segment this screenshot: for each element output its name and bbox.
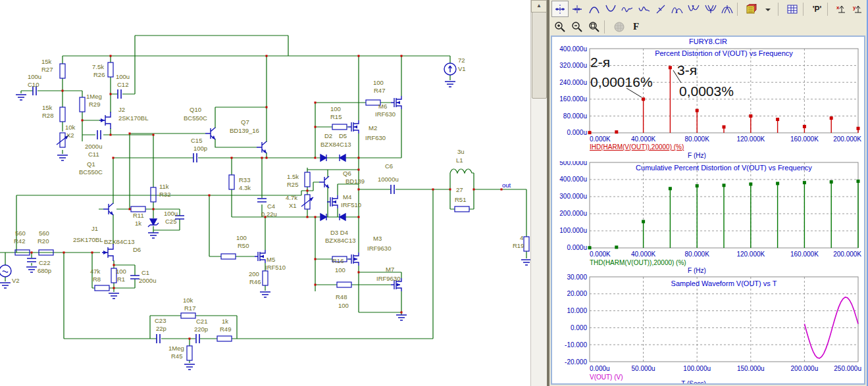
svg-text:120.000K: 120.000K: [736, 251, 765, 258]
svg-text:R33: R33: [239, 176, 250, 183]
svg-text:2000u: 2000u: [139, 277, 156, 284]
svg-text:3-я: 3-я: [677, 62, 697, 78]
svg-text:BC550C: BC550C: [184, 114, 207, 122]
schematic-labels: 15kR27 100uC10 7.5kR26 100uC12 1MegR29 J…: [12, 57, 524, 360]
svg-text:40.000K: 40.000K: [631, 251, 656, 258]
svg-text:1Meg: 1Meg: [168, 345, 184, 352]
svg-text:47k: 47k: [90, 268, 101, 275]
plot-toolbar-row-1: 'P' x y: [549, 0, 867, 18]
horizontal-cursor-button[interactable]: [551, 1, 569, 17]
svg-text:M5: M5: [267, 256, 275, 263]
scrollbar-up-arrow-icon[interactable]: ▲: [531, 0, 547, 12]
align-y-scales-button[interactable]: y: [850, 1, 866, 16]
chart-title: Sampled Waveform V(OUT) vs T: [671, 279, 777, 287]
svg-text:R42: R42: [14, 237, 25, 245]
svg-text:0.000u: 0.000u: [567, 244, 587, 251]
svg-text:1.5k: 1.5k: [287, 173, 299, 180]
svg-text:20.000: 20.000: [567, 290, 587, 297]
3d-view-disabled-icon: [611, 19, 627, 34]
token-list-dropdown-arrow[interactable]: [760, 1, 776, 16]
svg-text:100.000u: 100.000u: [683, 365, 711, 372]
svg-text:80.000K: 80.000K: [685, 135, 710, 143]
font-button[interactable]: F: [628, 19, 644, 34]
slope-icon-button[interactable]: [653, 1, 669, 16]
svg-text:100u: 100u: [116, 73, 130, 80]
zoom-out-button[interactable]: [569, 19, 585, 34]
svg-text:250.000u: 250.000u: [834, 365, 861, 372]
svg-text:IRF510: IRF510: [341, 201, 361, 208]
align-x-scales-button[interactable]: x: [834, 1, 850, 16]
performance-windows-button[interactable]: 'P': [809, 1, 825, 16]
svg-text:7.5k: 7.5k: [92, 63, 104, 70]
svg-text:0.000u: 0.000u: [590, 365, 610, 372]
svg-text:72: 72: [458, 57, 465, 64]
chart-sampled-waveform[interactable]: Sampled Waveform V(OUT) vs T 30.00020.00…: [552, 274, 865, 385]
series: [588, 180, 860, 249]
svg-text:22p: 22p: [156, 325, 166, 332]
x-axis-label: F (Hz): [688, 267, 706, 274]
svg-text:3u: 3u: [457, 148, 465, 155]
x-axis-label: T (Secs): [681, 380, 706, 385]
global-minimum-icon-button[interactable]: [703, 1, 719, 16]
schematic-vertical-scrollbar[interactable]: ▲: [530, 0, 547, 386]
svg-text:C1: C1: [141, 269, 149, 276]
vertical-cursor-button[interactable]: [569, 1, 585, 16]
svg-text:Q6: Q6: [343, 170, 351, 177]
svg-text:R27: R27: [41, 66, 53, 73]
svg-text:R15: R15: [330, 113, 342, 120]
svg-text:200.000u: 200.000u: [791, 365, 819, 372]
svg-text:1k: 1k: [222, 318, 228, 325]
svg-text:X2: X2: [66, 132, 74, 139]
local-peaks-icon-button[interactable]: [669, 1, 685, 16]
svg-text:50.000u: 50.000u: [632, 365, 655, 372]
token-list-button[interactable]: [744, 1, 759, 16]
valley-icon-button[interactable]: [603, 1, 619, 16]
plot-window[interactable]: FURY8.CIR Percent Distortion of V(OUT) v…: [551, 36, 865, 385]
peak-icon-button[interactable]: [586, 1, 602, 16]
svg-text:BZX84C13: BZX84C13: [104, 238, 134, 245]
svg-text:160.000u: 160.000u: [559, 95, 587, 103]
svg-text:100.000u: 100.000u: [559, 227, 587, 234]
svg-text:L1: L1: [456, 157, 463, 164]
svg-text:R16: R16: [332, 257, 344, 264]
svg-text:C6: C6: [385, 162, 393, 170]
schematic-canvas[interactable]: 15kR27 100uC10 7.5kR26 100uC12 1MegR29 J…: [0, 0, 530, 386]
global-maximum-icon-button[interactable]: [719, 1, 735, 16]
svg-text:100: 100: [236, 234, 247, 241]
svg-text:15k: 15k: [41, 58, 52, 65]
svg-text:-20.000: -20.000: [565, 358, 587, 366]
svg-text:200.000u: 200.000u: [559, 210, 587, 217]
svg-text:100u: 100u: [164, 210, 178, 217]
svg-text:300.000u: 300.000u: [559, 193, 587, 200]
harmonic-annotations: 2-я 0,00016% 3-я 0,0003%: [590, 55, 734, 99]
svg-text:C12: C12: [117, 81, 128, 88]
plot-window-title: FURY8.CIR: [552, 37, 864, 46]
svg-text:400.000u: 400.000u: [559, 176, 587, 183]
svg-text:J2: J2: [118, 106, 125, 113]
numeric-output-button[interactable]: [784, 1, 800, 16]
svg-text:100: 100: [335, 266, 345, 274]
chart-percent-distortion[interactable]: Percent Distortion of V(OUT) vs Frequenc…: [552, 46, 865, 161]
zoom-in-button[interactable]: [551, 19, 568, 34]
x-axis-label: F (Hz): [688, 152, 706, 159]
toolbar-separator: [778, 3, 782, 16]
low-icon-button[interactable]: [636, 1, 651, 16]
chart-cumulative-distortion[interactable]: Cumulative Percent Distortion of V(OUT) …: [552, 161, 865, 274]
local-valleys-icon-button[interactable]: [686, 1, 702, 16]
svg-text:Q7: Q7: [241, 118, 249, 126]
svg-text:10k: 10k: [65, 124, 76, 131]
chart-title: Cumulative Percent Distortion of V(OUT) …: [636, 164, 812, 172]
svg-text:680p: 680p: [38, 267, 51, 274]
svg-text:R45: R45: [171, 352, 182, 360]
svg-text:R26: R26: [93, 71, 105, 78]
svg-text:R1: R1: [117, 276, 125, 283]
svg-text:R32: R32: [159, 191, 170, 198]
svg-text:0,00016%: 0,00016%: [590, 74, 653, 89]
svg-text:M3: M3: [373, 235, 382, 242]
high-icon-button[interactable]: [619, 1, 635, 16]
svg-text:200.000K: 200.000K: [833, 135, 861, 143]
scrollbar-thumb[interactable]: [532, 12, 547, 99]
zoom-window-button[interactable]: [586, 19, 602, 34]
svg-text:D5: D5: [339, 132, 347, 139]
svg-text:200.000K: 200.000K: [833, 251, 861, 258]
